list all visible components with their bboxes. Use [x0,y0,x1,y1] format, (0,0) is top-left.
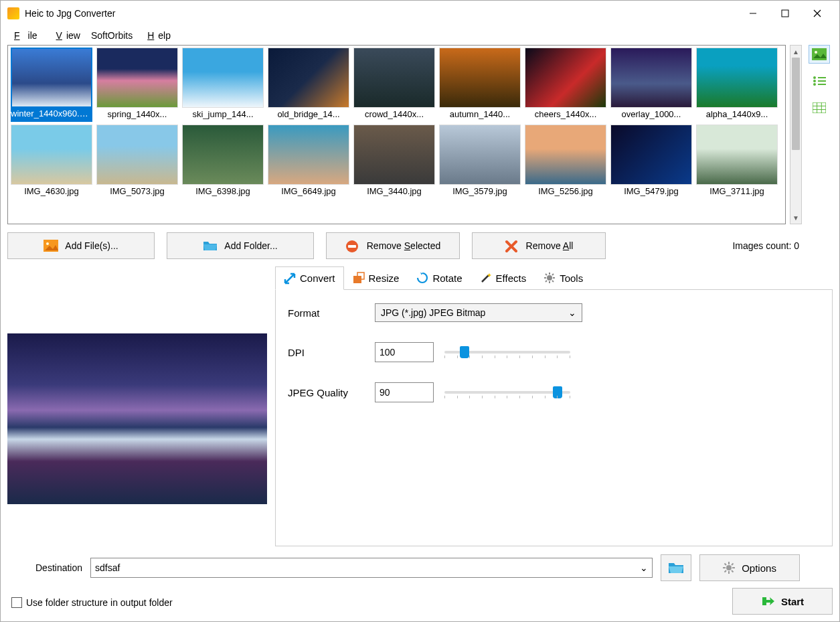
thumbnail-item[interactable]: ski_jump_144... [181,48,264,122]
scroll-up-icon[interactable]: ▲ [790,46,801,58]
thumbnail-label: IMG_6398.jpg [182,185,264,199]
tab-tools[interactable]: Tools [535,266,592,289]
thumbnail-label: autumn_1440... [439,108,521,122]
svg-point-18 [46,242,49,245]
quality-slider[interactable] [444,386,570,398]
thumbnail-item[interactable]: IMG_3711.jpg [695,125,778,199]
options-button[interactable]: Options [699,554,800,581]
dpi-input[interactable] [375,342,434,362]
thumbnail-image [96,125,178,185]
thumbnail-image [439,125,521,185]
svg-line-39 [725,564,727,566]
scroll-down-icon[interactable]: ▼ [790,212,801,224]
svg-rect-20 [348,245,356,248]
svg-rect-9 [818,80,826,82]
svg-rect-1 [782,10,788,17]
remove-all-button[interactable]: Remove All [472,232,606,259]
menu-view[interactable]: View [48,29,84,42]
delete-icon [505,240,519,252]
use-folder-structure-checkbox[interactable] [11,597,22,608]
thumbnail-item[interactable]: IMG_5256.jpg [524,125,607,199]
thumbnail-label: alpha_1440x9... [696,108,778,122]
format-select[interactable]: JPG (*.jpg) JPEG Bitmap ⌄ [375,303,582,322]
svg-rect-11 [818,84,826,85]
app-icon [7,7,19,19]
maximize-button[interactable] [770,3,801,23]
thumbnail-item[interactable]: alpha_1440x9... [695,48,778,122]
start-button[interactable]: Start [732,588,833,615]
svg-point-34 [726,565,732,570]
preview-image [7,333,267,504]
svg-line-32 [545,281,547,282]
view-list-button[interactable] [809,72,830,90]
menu-help[interactable]: Help [139,29,175,42]
remove-selected-button[interactable]: Remove Selected [326,232,460,259]
titlebar: Heic to Jpg Converter [1,1,839,26]
chevron-down-icon: ⌄ [640,562,648,573]
add-folder-button[interactable]: Add Folder... [167,232,314,259]
svg-point-25 [547,275,552,281]
dpi-slider[interactable] [444,346,570,358]
convert-panel: Format JPG (*.jpg) JPEG Bitmap ⌄ DPI [275,290,833,546]
tab-effects[interactable]: Effects [471,266,535,289]
browse-destination-button[interactable] [661,554,691,581]
thumbnail-image [182,48,264,108]
thumbnail-image [696,125,778,185]
thumbnail-item[interactable]: crowd_1440x... [353,48,436,122]
view-grid-button[interactable] [809,98,830,117]
thumbnail-label: ski_jump_144... [182,108,264,122]
preview-panel [7,266,267,546]
thumbnail-image [525,48,606,108]
thumbnail-item[interactable]: IMG_4630.jpg [10,125,93,199]
thumbnail-item[interactable]: IMG_5479.jpg [610,125,693,199]
use-folder-structure-label: Use folder structure in output folder [26,597,173,608]
thumbnail-image [11,48,92,108]
thumbnail-item[interactable]: spring_1440x... [96,48,179,122]
close-button[interactable] [802,3,833,23]
quality-input[interactable] [375,382,434,402]
svg-line-41 [725,570,727,572]
format-label: Format [288,307,375,319]
thumbnail-item[interactable]: IMG_3440.jpg [353,125,436,199]
thumbnail-item[interactable]: autumn_1440... [438,48,521,122]
thumbnail-label: cheers_1440x... [525,108,606,122]
window-title: Heic to Jpg Converter [25,8,738,19]
thumbnail-item[interactable]: IMG_6398.jpg [181,125,264,199]
tab-resize[interactable]: Resize [344,266,408,289]
thumbnail-image [268,48,349,108]
menu-softorbits[interactable]: SoftOrbits [87,29,137,42]
svg-line-40 [732,570,734,572]
thumbnail-gallery[interactable]: winter_1440x960.heicspring_1440x...ski_j… [7,45,786,224]
thumbnail-label: IMG_3440.jpg [353,185,435,199]
svg-point-8 [813,80,816,82]
thumbnail-item[interactable]: IMG_5073.jpg [96,125,179,199]
thumbnail-item[interactable]: winter_1440x960.heic [10,48,93,122]
svg-line-31 [552,281,554,282]
view-thumbnails-button[interactable] [809,45,830,64]
thumbnail-image [11,125,92,185]
thumbnail-image [353,48,435,108]
gallery-scrollbar[interactable]: ▲ ▼ [790,45,802,224]
thumbnail-image [610,48,692,108]
thumbnail-item[interactable]: IMG_6649.jpg [267,125,350,199]
thumbnail-label: winter_1440x960.heic [11,108,92,122]
thumbnail-label: crowd_1440x... [353,108,435,122]
tab-convert[interactable]: Convert [275,266,344,290]
svg-line-42 [732,564,734,566]
dpi-label: DPI [288,347,375,358]
thumbnail-item[interactable]: old_bridge_14... [267,48,350,122]
menu-file[interactable]: File [6,29,46,42]
menubar: File View SoftOrbits Help [1,26,839,45]
destination-combo[interactable]: sdfsaf ⌄ [90,558,653,578]
tabstrip: Convert Resize Rotate Effects [275,266,833,290]
gear-icon [723,562,735,574]
svg-point-10 [813,83,816,86]
minimize-button[interactable] [738,3,768,23]
thumbnail-item[interactable]: cheers_1440x... [524,48,607,122]
thumbnail-item[interactable]: overlay_1000... [610,48,693,122]
thumbnail-image [696,48,778,108]
add-files-button[interactable]: Add File(s)... [7,232,155,259]
thumbnail-item[interactable]: IMG_3579.jpg [438,125,521,199]
tab-rotate[interactable]: Rotate [408,266,471,289]
thumbnail-label: IMG_6649.jpg [268,185,349,199]
